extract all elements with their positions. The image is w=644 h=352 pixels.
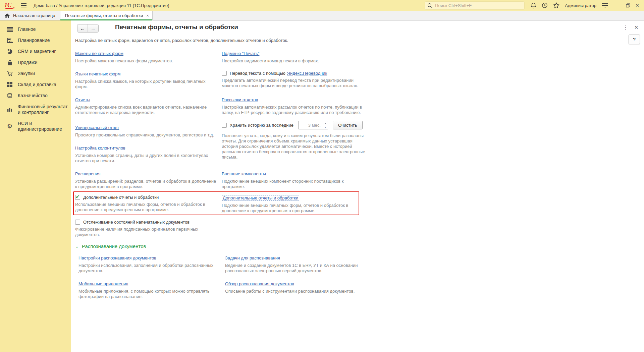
close-form-icon[interactable]: ✕ [633,24,639,31]
restore-button[interactable] [623,0,633,11]
main-menu-icon[interactable] [21,3,27,8]
page-title: Печатные формы, отчеты и обработки [115,23,238,31]
service-menu-icon[interactable] [602,3,608,8]
sidebar-item-zakupki[interactable]: Закупки [0,68,71,79]
history-controls-row: Хранить историю за последние ▲ ▼ Очистит… [222,121,365,129]
warehouse-grid-icon [6,82,13,87]
highlight-dop-otchety: Дополнительные отчеты и обработки Исполь… [73,191,359,215]
page-subtitle: Настройка печатных форм, вариантов отчет… [75,38,644,43]
link-podmenu-pechat[interactable]: Подменю "Печать" [222,51,259,56]
bar-chart-icon [6,107,13,112]
print-forms-settings-panel: ← → Печатные формы, отчеты и обработки ⋮… [71,20,644,352]
checkbox-dop-otchety[interactable] [75,195,80,200]
clear-history-button[interactable]: Очистить [333,121,363,129]
tab-print-forms[interactable]: Печатные формы, отчеты и обработки × [60,11,153,20]
link-yandex-perevodchik[interactable]: Яндекс.Переводчик [287,71,327,76]
sidebar-item-planirovanie[interactable]: Планирование [0,35,71,46]
tab-home[interactable]: Начальная страница [0,11,60,20]
history-nav: ← → [77,24,99,33]
back-button[interactable]: ← [77,24,88,32]
link-rassylki-otchetov[interactable]: Рассылки отчетов [222,97,258,102]
chevron-down-icon: ⌄ [75,244,79,249]
home-icon [5,13,10,18]
sidebar-item-sklad[interactable]: Склад и доставка [0,79,71,90]
search-icon [427,3,433,8]
sidebar-item-kaznacheystvo[interactable]: Казначейство [0,90,71,101]
sidebar-item-finrezultat[interactable]: Финансовый результат и контроллинг [0,101,71,118]
link-mobilnye-prilozheniya[interactable]: Мобильные приложения [78,281,128,286]
shopping-bag-icon [6,60,13,65]
forward-button[interactable]: → [88,24,98,32]
planning-chart-icon [6,38,13,43]
link-vneshnie-komponenty[interactable]: Внешние компоненты [222,171,266,176]
notifications-bell-icon[interactable] [531,2,536,8]
tab-bar: Начальная страница Печатные формы, отчет… [0,11,644,20]
more-menu-icon[interactable]: ⋮ [623,24,629,31]
link-zadachi-raspoznavaniya[interactable]: Задачи для распознавания [225,255,280,260]
tab-home-label: Начальная страница [13,13,55,18]
menu-lines-icon [6,27,13,32]
link-nastroyki-raspoznavaniya[interactable]: Настройки распознавания документов [78,255,156,260]
search-input[interactable] [435,2,523,9]
close-window-button[interactable]: ✕ [633,0,642,11]
global-search[interactable] [425,1,525,10]
checkbox-otslezhivanie[interactable] [75,220,80,225]
history-icon[interactable] [542,2,548,8]
app-title: Демо-база / Управление торговлей, редакц… [34,3,169,8]
shopping-cart-icon [6,71,13,76]
1c-logo[interactable]: 1С [4,2,15,9]
section-raspoznavanie-dokumentov[interactable]: ⌄ Распознавание документов [75,243,365,249]
minimize-button[interactable]: – [614,0,623,11]
sidebar-item-glavnoe[interactable]: Главное [0,24,71,35]
favorites-star-icon[interactable] [553,2,559,8]
title-bar: 1С Демо-база / Управление торговлей, ред… [0,0,644,11]
link-dop-otchety[interactable]: Дополнительные отчеты и обработки [222,195,299,201]
link-rasshireniya[interactable]: Расширения [75,171,101,176]
checkbox-perevod-teksta[interactable] [222,71,227,76]
link-universalny-otchet[interactable]: Универсальный отчет [75,125,119,130]
coins-icon [6,93,13,99]
svg-text:1С: 1С [4,2,12,8]
gear-icon: ⚙ [6,124,13,129]
stepper-up-icon[interactable]: ▲ [323,121,328,125]
checkbox-hranit-istoriyu[interactable] [222,123,227,128]
help-button[interactable]: ? [629,35,640,44]
sections-sidebar: Главное Планирование CRM и маркетинг Про… [0,20,71,352]
link-yazyki-pechatnyh-form[interactable]: Языки печатных форм [75,71,121,76]
link-nastroyka-kolontitulov[interactable]: Настройка колонтитулов [75,145,125,151]
link-obzor-raspoznavaniya[interactable]: Обзор распознавания документов [225,281,294,286]
history-period-input[interactable] [299,121,323,129]
current-user[interactable]: Администратор [565,3,596,8]
pie-chart-icon [6,49,13,54]
tab-close-icon[interactable]: × [146,13,149,18]
tab-print-forms-label: Печатные формы, отчеты и обработки [65,13,143,18]
link-maketi-pechatnyh-form[interactable]: Макеты печатных форм [75,51,123,56]
sidebar-item-nsi[interactable]: ⚙ НСИ и администрирование [0,118,71,135]
sidebar-item-prodazhi[interactable]: Продажи [0,57,71,68]
settings-grid: Макеты печатных форм Настройка макетов п… [75,50,644,306]
link-otchety[interactable]: Отчеты [75,97,90,102]
history-period-stepper: ▲ ▼ [298,121,328,129]
stepper-down-icon[interactable]: ▼ [323,125,328,129]
sidebar-item-crm[interactable]: CRM и маркетинг [0,46,71,57]
